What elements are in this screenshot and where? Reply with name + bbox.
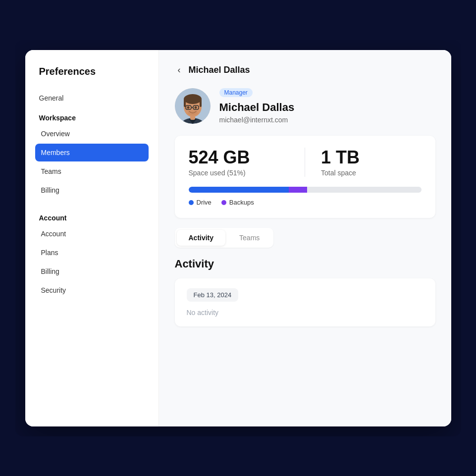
date-badge: Feb 13, 2024 bbox=[187, 288, 239, 302]
storage-total-label: Total space bbox=[321, 169, 422, 177]
sidebar-section-account: Account bbox=[35, 208, 149, 225]
storage-used-value: 524 GB bbox=[189, 148, 289, 167]
sidebar-item-overview[interactable]: Overview bbox=[35, 125, 149, 143]
legend-drive: Drive bbox=[189, 199, 212, 206]
storage-total-value: 1 TB bbox=[321, 148, 422, 167]
sidebar-item-billing-account[interactable]: Billing bbox=[35, 263, 149, 280]
storage-stats: 524 GB Space used (51%) 1 TB Total space bbox=[189, 148, 422, 177]
avatar bbox=[175, 88, 211, 124]
activity-title: Activity bbox=[175, 258, 435, 270]
drive-dot bbox=[189, 200, 194, 205]
app-container: Preferences General Workspace Overview M… bbox=[15, 40, 461, 436]
storage-legend: Drive Backups bbox=[189, 199, 422, 206]
sidebar-section-workspace: Workspace bbox=[35, 108, 149, 125]
activity-card: Feb 13, 2024 No activity bbox=[175, 278, 435, 326]
back-button[interactable]: ‹ bbox=[175, 64, 184, 76]
storage-total: 1 TB Total space bbox=[305, 148, 422, 177]
tab-activity[interactable]: Activity bbox=[177, 230, 226, 246]
sidebar: Preferences General Workspace Overview M… bbox=[25, 50, 159, 426]
sidebar-item-account[interactable]: Account bbox=[35, 225, 149, 243]
profile-email: michael@internxt.com bbox=[219, 116, 295, 124]
svg-point-12 bbox=[188, 110, 198, 115]
storage-used: 524 GB Space used (51%) bbox=[189, 148, 306, 177]
tab-teams[interactable]: Teams bbox=[227, 230, 271, 246]
svg-point-4 bbox=[184, 94, 202, 104]
sidebar-item-members[interactable]: Members bbox=[35, 144, 149, 161]
avatar-image bbox=[175, 88, 211, 124]
legend-backup: Backups bbox=[221, 199, 254, 206]
header-title: Michael Dallas bbox=[189, 65, 250, 75]
profile-info: Manager Michael Dallas michael@internxt.… bbox=[219, 88, 295, 124]
divider bbox=[35, 200, 149, 208]
main-header: ‹ Michael Dallas bbox=[175, 64, 435, 76]
sidebar-item-security[interactable]: Security bbox=[35, 281, 149, 299]
modal: Preferences General Workspace Overview M… bbox=[25, 50, 451, 426]
sidebar-item-general[interactable]: General bbox=[35, 89, 149, 107]
role-badge: Manager bbox=[219, 88, 253, 97]
no-activity-text: No activity bbox=[187, 309, 423, 317]
svg-rect-6 bbox=[200, 99, 202, 107]
tabs-container: Activity Teams bbox=[175, 228, 274, 248]
sidebar-item-billing-workspace[interactable]: Billing bbox=[35, 181, 149, 199]
sidebar-title: Preferences bbox=[35, 66, 149, 77]
svg-rect-5 bbox=[184, 99, 186, 107]
main-content: ‹ Michael Dallas bbox=[159, 50, 451, 426]
storage-bar bbox=[189, 187, 422, 193]
storage-bar-backup bbox=[289, 187, 308, 193]
storage-used-label: Space used (51%) bbox=[189, 169, 289, 177]
drive-label: Drive bbox=[197, 199, 212, 206]
profile-section: Manager Michael Dallas michael@internxt.… bbox=[175, 88, 435, 124]
svg-point-11 bbox=[194, 106, 197, 108]
profile-name: Michael Dallas bbox=[219, 101, 295, 114]
sidebar-item-teams[interactable]: Teams bbox=[35, 162, 149, 180]
storage-card: 524 GB Space used (51%) 1 TB Total space bbox=[175, 136, 435, 218]
storage-bar-drive bbox=[189, 187, 289, 193]
sidebar-item-plans[interactable]: Plans bbox=[35, 244, 149, 262]
backup-dot bbox=[221, 200, 226, 205]
backup-label: Backups bbox=[229, 199, 254, 206]
svg-point-10 bbox=[187, 106, 189, 108]
